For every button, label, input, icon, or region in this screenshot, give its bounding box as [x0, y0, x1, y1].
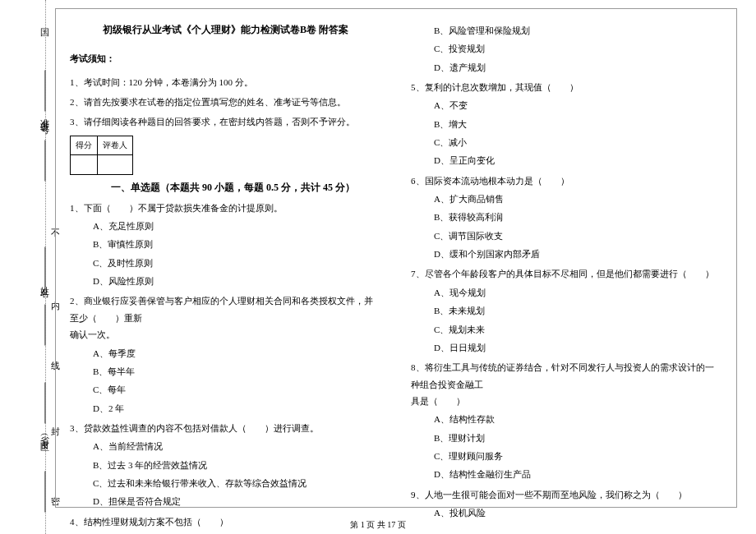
option: A、充足性原则 [93, 218, 381, 234]
option: A、当前经营情况 [93, 438, 381, 454]
binding-margin-labels: 国 准考证号 不 姓名 内 线 省（市区） 封 密 [16, 0, 53, 534]
question-8-line1: 8、将衍生工具与传统的证券结合，针对不同发行人与投资人的需求设计的一种组合投资金… [411, 359, 722, 393]
option: C、理财顾问服务 [434, 448, 722, 464]
notice-heading: 考试须知： [70, 50, 381, 67]
page-number: 第 1 页 共 17 页 [0, 519, 756, 531]
option: B、增大 [434, 116, 722, 132]
option: D、2 年 [93, 400, 381, 417]
score-table: 得分 评卷人 [70, 136, 133, 175]
option: D、遗产规划 [434, 59, 722, 76]
option: A、每季度 [93, 345, 381, 361]
score-header-marker: 评卷人 [98, 136, 133, 155]
notice-item: 3、请仔细阅读各种题目的回答要求，在密封线内答题，否则不予评分。 [70, 113, 381, 130]
exam-title: 初级银行从业考试《个人理财》能力检测试卷B卷 附答案 [70, 21, 381, 39]
option: C、减小 [434, 134, 722, 150]
option: C、调节国际收支 [434, 228, 722, 244]
option: C、及时性原则 [93, 255, 381, 271]
question-6: 6、国际资本流动地根本动力是（ ） [411, 173, 722, 189]
question-8-line2: 具是（ ） [411, 393, 722, 409]
notice-item: 1、考试时间：120 分钟，本卷满分为 100 分。 [70, 74, 381, 90]
question-2-line1: 2、商业银行应妥善保管与客户相应的个人理财相关合同和各类授权文件，并至少（ ）重… [70, 292, 381, 326]
question-2-line2: 确认一次。 [70, 326, 381, 343]
score-header-score: 得分 [71, 136, 98, 155]
exam-content: 初级银行从业考试《个人理财》能力检测试卷B卷 附答案 考试须知： 1、考试时间：… [55, 8, 737, 508]
option: B、审慎性原则 [93, 236, 381, 252]
option: C、规划未来 [434, 321, 722, 338]
option: B、理财计划 [434, 430, 722, 446]
option: C、投资规划 [434, 40, 722, 57]
option: D、风险性原则 [93, 273, 381, 289]
question-1: 1、下面（ ）不属于贷款损失准备金的计提原则。 [70, 200, 381, 216]
option: B、获得较高利润 [434, 209, 722, 225]
option: A、扩大商品销售 [434, 191, 722, 207]
question-3: 3、贷款效益性调查的内容不包括对借款人（ ）进行调查。 [70, 420, 381, 436]
option: A、现今规划 [434, 284, 722, 301]
question-9: 9、人地一生很可能会面对一些不期而至地风险，我们称之为（ ） [411, 486, 722, 503]
option: C、每年 [93, 381, 381, 398]
question-7: 7、尽管各个年龄段客户的具体目标不尽相同，但是他们都需要进行（ ） [411, 265, 722, 282]
option: B、过去 3 年的经营效益情况 [93, 457, 381, 473]
option: B、每半年 [93, 363, 381, 380]
right-column: B、风险管理和保险规划 C、投资规划 D、遗产规划 5、复利的计息次数增加，其现… [396, 8, 737, 508]
option: C、过去和未来给银行带来收入、存款等综合效益情况 [93, 475, 381, 491]
option: A、不变 [434, 97, 722, 113]
option: D、呈正向变化 [434, 152, 722, 168]
question-5: 5、复利的计息次数增加，其现值（ ） [411, 79, 722, 95]
left-column: 初级银行从业考试《个人理财》能力检测试卷B卷 附答案 考试须知： 1、考试时间：… [55, 8, 396, 508]
option: D、日日规划 [434, 339, 722, 356]
option: B、未来规划 [434, 302, 722, 319]
score-cell-empty [71, 155, 98, 175]
option: D、担保是否符合规定 [93, 493, 381, 509]
section-one-heading: 一、单选题（本题共 90 小题，每题 0.5 分，共计 45 分） [111, 178, 381, 196]
option: D、结构性金融衍生产品 [434, 466, 722, 482]
option: B、风险管理和保险规划 [434, 22, 722, 39]
score-cell-empty [98, 155, 133, 175]
option: D、缓和个别国家内部矛盾 [434, 246, 722, 262]
binding-dotted-line [45, 0, 46, 534]
notice-item: 2、请首先按要求在试卷的指定位置填写您的姓名、准考证号等信息。 [70, 94, 381, 110]
option: A、结构性存款 [434, 411, 722, 427]
